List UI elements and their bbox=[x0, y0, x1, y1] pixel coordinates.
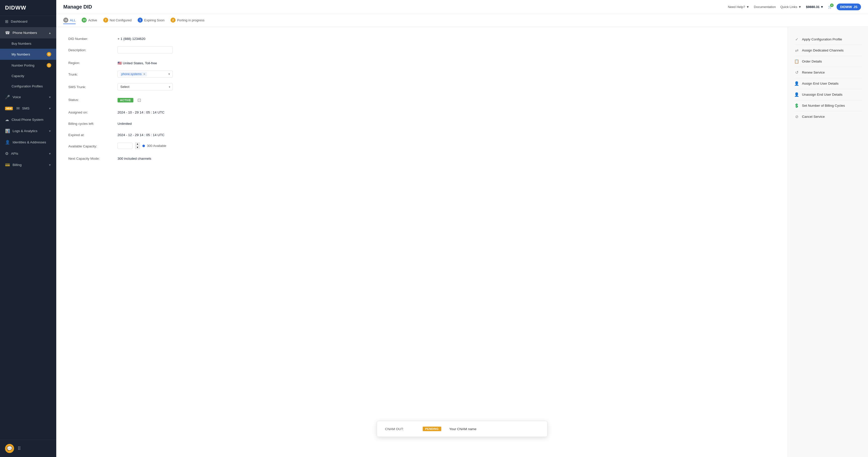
need-help-link[interactable]: Need Help? ▼ bbox=[728, 5, 749, 9]
sms-trunk-select[interactable]: Select bbox=[118, 83, 173, 90]
action-assign-channels[interactable]: ⇄ Assign Dedicated Channels bbox=[794, 45, 862, 56]
action-unassign-end-user[interactable]: 👤 Unassign End User Details bbox=[794, 89, 862, 100]
trunk-select[interactable]: phone.systems ✕ ▼ bbox=[118, 71, 173, 77]
sidebar-item-billing[interactable]: 💳 Billing ▼ bbox=[0, 159, 56, 170]
chevron-down-icon: ▼ bbox=[820, 5, 824, 9]
new-badge: NEW bbox=[5, 107, 13, 110]
capacity-input[interactable] bbox=[118, 143, 133, 149]
check-icon: ✓ bbox=[794, 37, 800, 42]
sidebar-item-label: Cloud Phone System bbox=[11, 118, 43, 122]
capacity-up-button[interactable]: ▲ bbox=[135, 142, 140, 145]
action-label: Order Details bbox=[802, 60, 822, 63]
action-cancel[interactable]: ⊘ Cancel Service bbox=[794, 111, 862, 122]
action-label: Renew Service bbox=[802, 71, 825, 74]
action-label: Assign Dedicated Channels bbox=[802, 48, 844, 52]
filter-tab-not-configured[interactable]: 7 Not Configured bbox=[103, 17, 132, 24]
action-billing-cycles[interactable]: 💲 Set Number of Billing Cycles bbox=[794, 100, 862, 111]
sidebar-item-number-porting[interactable]: Number Porting 1 bbox=[0, 60, 56, 71]
filter-label: Not Configured bbox=[110, 18, 132, 22]
action-apply-config[interactable]: ✓ Apply Configuration Profile bbox=[794, 34, 862, 45]
trunk-label: Trunk: bbox=[68, 71, 114, 76]
trunk-clear-icon[interactable]: ✕ bbox=[143, 72, 146, 76]
sidebar-item-phone-numbers[interactable]: ☎ Phone Numbers ▲ bbox=[0, 27, 56, 38]
filter-bar: 15 ALL 13 Active 7 Not Configured 1 Expi… bbox=[56, 14, 868, 27]
documentation-link[interactable]: Documentation bbox=[754, 5, 776, 9]
sms-trunk-row: SMS Trunk: Select ▼ bbox=[68, 83, 776, 90]
action-label: Apply Configuration Profile bbox=[802, 37, 842, 41]
sidebar-item-capacity[interactable]: Capacity bbox=[0, 71, 56, 81]
sidebar-item-my-numbers[interactable]: My Numbers 8 bbox=[0, 49, 56, 60]
chat-button[interactable]: 💬 bbox=[5, 444, 14, 453]
filter-tab-active[interactable]: 13 Active bbox=[82, 17, 97, 24]
trunk-row: Trunk: phone.systems ✕ ▼ bbox=[68, 71, 776, 77]
quick-links-link[interactable]: Quick Links ▼ bbox=[780, 5, 801, 9]
my-numbers-badge: 8 bbox=[47, 52, 51, 57]
filter-label: Active bbox=[88, 18, 97, 22]
sidebar-item-config-profiles[interactable]: Configuration Profiles bbox=[0, 81, 56, 91]
sms-icon: ✉ bbox=[16, 106, 20, 111]
cnam-out-label: CNAM OUT: bbox=[385, 427, 418, 431]
description-label: Description: bbox=[68, 46, 114, 52]
sidebar-item-voice[interactable]: 🎤 Voice ▼ bbox=[0, 91, 56, 103]
next-capacity-label: Next Capacity Mode: bbox=[68, 155, 114, 160]
voice-icon: 🎤 bbox=[5, 95, 10, 99]
action-renew[interactable]: ↺ Renew Service bbox=[794, 67, 862, 78]
sidebar-item-cloud-phone[interactable]: ☁ Cloud Phone System bbox=[0, 114, 56, 125]
did-number-row: DID Number: + 1 (888) 1234620 bbox=[68, 35, 776, 41]
capacity-down-button[interactable]: ▼ bbox=[135, 146, 140, 149]
qr-icon[interactable]: ⊡ bbox=[137, 97, 141, 103]
status-row: Status: ACTIVE ⊡ bbox=[68, 96, 776, 103]
filter-tab-porting[interactable]: 2 Porting in progress bbox=[170, 17, 205, 24]
filter-label: Porting in progress bbox=[177, 18, 205, 22]
available-dot bbox=[143, 144, 145, 147]
logs-icon: 📊 bbox=[5, 129, 10, 133]
expired-at-label: Expired at: bbox=[68, 131, 114, 137]
sidebar-bottom: 💬 ⠿ bbox=[0, 440, 56, 457]
number-porting-badge: 1 bbox=[47, 63, 51, 68]
action-assign-end-user[interactable]: 👤 Assign End User Details bbox=[794, 78, 862, 89]
porting-badge: 2 bbox=[170, 18, 176, 23]
action-order-details[interactable]: 📋 Order Details bbox=[794, 56, 862, 67]
available-capacity-label: Available Capacity: bbox=[68, 142, 114, 148]
available-capacity-row: Available Capacity: ▲ ▼ 300 Available bbox=[68, 142, 776, 149]
form-area: DID Number: + 1 (888) 1234620 Descriptio… bbox=[56, 27, 787, 457]
user-menu[interactable]: DIDWW JS bbox=[837, 3, 861, 10]
sidebar-item-logs[interactable]: 📊 Logs & Analytics ▼ bbox=[0, 125, 56, 137]
cancel-icon: ⊘ bbox=[794, 114, 800, 119]
status-area: ACTIVE ⊡ bbox=[118, 96, 141, 103]
topbar: Manage DID Need Help? ▼ Documentation Qu… bbox=[56, 0, 868, 14]
filter-tab-expiring-soon[interactable]: 1 Expiring Soon bbox=[137, 17, 164, 24]
chevron-down-icon: ▼ bbox=[49, 107, 51, 110]
all-badge: 15 bbox=[63, 18, 68, 23]
dashboard-icon: ⊞ bbox=[5, 19, 8, 24]
dots-button[interactable]: ⠿ bbox=[18, 446, 21, 451]
action-label: Assign End User Details bbox=[802, 81, 839, 86]
assigned-on-label: Assigned on: bbox=[68, 108, 114, 114]
sidebar-item-identities[interactable]: 👤 Identities & Addresses bbox=[0, 137, 56, 148]
cart-button[interactable]: 🛒 0 bbox=[828, 5, 832, 9]
sidebar-item-dashboard[interactable]: ⊞ Dashboard bbox=[0, 16, 56, 27]
sms-trunk-label: SMS Trunk: bbox=[68, 83, 114, 89]
sidebar-item-label: Buy Numbers bbox=[11, 42, 31, 45]
billing-icon: 💳 bbox=[5, 162, 10, 167]
chevron-down-icon: ▼ bbox=[49, 96, 51, 99]
sidebar-item-buy-numbers[interactable]: Buy Numbers bbox=[0, 38, 56, 49]
description-input[interactable] bbox=[118, 46, 173, 54]
cnam-status-badge: PENDING bbox=[423, 427, 441, 431]
next-capacity-row: Next Capacity Mode: 300 included channel… bbox=[68, 155, 776, 160]
next-capacity-value: 300 included channels bbox=[118, 155, 151, 160]
expiring-badge: 1 bbox=[137, 18, 143, 23]
capacity-spinner: ▲ ▼ bbox=[135, 142, 140, 149]
expired-at-row: Expired at: 2024 - 12 - 29 14 : 05 : 14 … bbox=[68, 131, 776, 137]
sidebar-item-sms[interactable]: NEW ✉ SMS ▼ bbox=[0, 103, 56, 114]
assign-user-icon: 👤 bbox=[794, 81, 800, 86]
active-badge: 13 bbox=[82, 18, 87, 23]
trunk-chevron-icon: ▼ bbox=[168, 72, 170, 75]
sidebar-item-label: My Numbers bbox=[11, 53, 30, 56]
action-label: Cancel Service bbox=[802, 115, 825, 119]
sidebar-item-apis[interactable]: ⚙ APIs ▼ bbox=[0, 148, 56, 159]
filter-label: ALL bbox=[70, 18, 75, 22]
filter-tab-all[interactable]: 15 ALL bbox=[63, 17, 75, 24]
description-row: Description: bbox=[68, 46, 776, 54]
balance-display[interactable]: $9880.31 ▼ bbox=[806, 5, 824, 9]
